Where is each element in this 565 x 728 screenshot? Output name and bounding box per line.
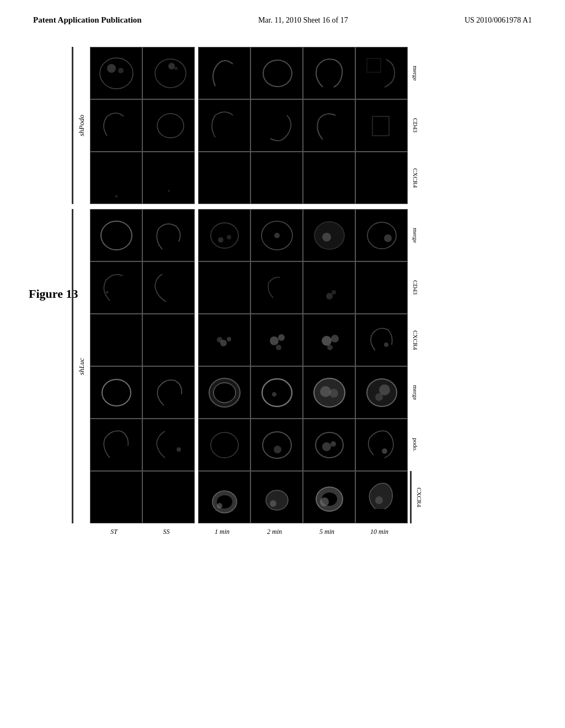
shluc-label: shLuc [76,209,88,523]
cell-shluc-cd43-1-ss [142,261,195,314]
cell-shpodo-cxcr4-10min [355,152,408,204]
label-2min: 2 min [248,528,301,536]
cell-shluc-podo-10min [355,419,408,471]
cell-shluc-cxcr4-1-ss [142,314,195,366]
shpodo-cxcr4-row: CXCR4 [90,152,419,204]
label-ss: SS [140,528,193,536]
cell-shpodo-cxcr4-ss [142,152,195,204]
rl-shluc-podo: podo. [410,438,419,452]
shluc-right-bar [410,471,412,523]
svg-point-41 [320,386,331,397]
svg-point-31 [322,336,332,346]
svg-point-37 [214,383,236,403]
label-10min: 10 min [353,528,406,536]
svg-point-56 [217,503,222,508]
cell-shpodo-merge-ss [142,47,195,99]
cell-shluc-merge2-ss [142,366,195,419]
cell-shluc-podo-st [90,419,142,471]
cell-shluc-merge2-st [90,366,142,419]
svg-point-48 [263,432,291,458]
svg-point-17 [274,233,280,238]
cell-shpodo-merge-1min [198,47,250,99]
svg-point-26 [227,337,231,341]
rl-shpodo-cxcr4: CXCR4 [410,168,419,188]
figure-label: Figure 13 [29,287,78,301]
svg-point-12 [101,221,132,250]
figure-area: shPodo [72,47,565,536]
svg-point-1 [107,64,116,73]
cell-shluc-cd43-1-2min [250,261,303,314]
svg-point-58 [270,500,276,507]
svg-point-33 [327,345,333,350]
svg-point-21 [384,234,392,242]
cell-shluc-cxcr4-1-1min [198,314,250,366]
svg-point-22 [106,291,108,293]
shluc-cxcr4-2-row: CXCR4 [90,471,423,523]
shpodo-cd43-row: CD43 [90,99,419,152]
svg-point-32 [331,335,339,342]
svg-point-30 [276,345,281,350]
svg-point-13 [211,223,238,248]
publication-type: Patent Application Publication [33,15,142,25]
cell-shluc-cxcr4-2-st [90,471,142,523]
rl-shluc-cxcr4-2: CXCR4 [414,488,423,507]
shluc-bar [72,209,73,523]
svg-point-19 [322,233,331,242]
shluc-rows: merge CD43 [90,209,423,523]
label-st: ST [88,528,140,536]
cell-shluc-cxcr4-1-2min [250,314,303,366]
cell-shluc-podo-ss [142,419,195,471]
svg-point-45 [375,393,383,401]
cell-shluc-merge2-10min [355,366,408,419]
svg-point-29 [278,334,285,341]
cell-shluc-cxcr4-2-ss [142,471,195,523]
label-1min: 1 min [196,528,248,536]
cell-shluc-merge2-2min [250,366,303,419]
cell-shpodo-cd43-10min [355,99,408,152]
cell-shpodo-cd43-1min [198,99,250,152]
cell-shluc-podo-2min [250,419,303,471]
cell-shluc-merge1-ss [142,209,195,261]
rl-shluc-cd43-1: CD43 [410,280,419,295]
svg-rect-9 [372,116,389,136]
svg-point-0 [100,58,133,89]
cell-shluc-cd43-1-10min [355,261,408,314]
cell-shluc-merge2-5min [303,366,355,419]
svg-point-47 [211,432,238,458]
cell-shluc-merge2-1min [198,366,250,419]
cell-shluc-podo-1min [198,419,250,471]
cell-shpodo-merge-10min [355,47,408,99]
svg-point-34 [384,342,388,347]
svg-point-57 [266,490,288,510]
svg-point-8 [157,114,184,138]
svg-point-15 [227,235,231,239]
svg-point-52 [331,441,336,447]
cell-shluc-merge1-5min [303,209,355,261]
shluc-section: shLuc [72,209,565,523]
svg-point-6 [263,60,292,87]
rl-shpodo-cd43: CD43 [410,118,419,132]
cell-shpodo-cxcr4-5min [303,152,355,204]
shluc-merge1-row: merge [90,209,423,261]
publication-number: US 2010/0061978 A1 [465,16,532,25]
svg-point-46 [177,447,181,452]
svg-point-49 [274,446,281,453]
cell-shpodo-merge-2min [250,47,303,99]
svg-point-2 [118,68,124,73]
cell-shluc-merge1-10min [355,209,408,261]
rl-shpodo-merge: merge [410,66,419,81]
cell-shluc-cxcr4-1-st [90,314,142,366]
cell-shluc-cxcr4-1-5min [303,314,355,366]
cell-shluc-merge1-st [90,209,142,261]
cell-shluc-cd43-1-5min [303,261,355,314]
rl-shluc-cxcr4-1: CXCR4 [410,330,419,350]
svg-point-61 [320,497,329,506]
cell-shluc-cxcr4-2-1min [198,471,250,523]
rl-shluc-merge1: merge [410,228,419,243]
svg-point-10 [115,195,118,197]
cell-shluc-cxcr4-2-5min [303,471,355,523]
svg-point-20 [367,222,396,249]
svg-rect-7 [367,58,381,72]
svg-point-11 [168,190,170,192]
svg-point-38 [262,379,292,406]
